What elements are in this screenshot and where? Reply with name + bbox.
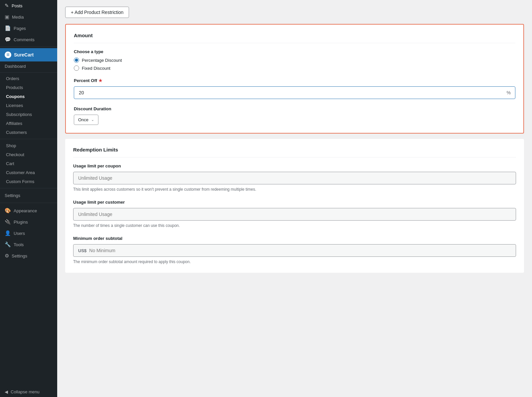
users-icon: 👤 — [5, 230, 11, 236]
choose-type-group: Choose a type Percentage Discount Fixed … — [74, 49, 515, 71]
sidebar-item-comments[interactable]: 💬 Comments — [0, 34, 57, 45]
radio-percentage-label: Percentage Discount — [82, 58, 122, 63]
usage-limit-coupon-group: Usage limit per coupon This limit applie… — [73, 163, 516, 192]
amount-card-title: Amount — [74, 33, 515, 43]
settings-wp-icon: ⚙ — [5, 253, 9, 259]
sidebar-item-orders[interactable]: Orders — [0, 74, 57, 83]
discount-duration-value: Once — [78, 117, 88, 122]
comments-icon: 💬 — [5, 37, 11, 43]
percent-off-wrapper: % — [74, 86, 515, 99]
surecart-brand[interactable]: ≡ SureCart — [0, 48, 57, 61]
sidebar-item-custom-forms[interactable]: Custom Forms — [0, 177, 57, 186]
percent-off-input[interactable] — [74, 86, 515, 99]
discount-duration-group: Discount Duration Once ⌄ — [74, 106, 515, 125]
appearance-icon: 🎨 — [5, 208, 11, 214]
sidebar-item-subscriptions[interactable]: Subscriptions — [0, 110, 57, 119]
sidebar-item-tools[interactable]: 🔧 Tools — [0, 239, 57, 250]
currency-prefix: US$ — [78, 248, 86, 253]
radio-percentage[interactable]: Percentage Discount — [74, 57, 515, 63]
redemption-card-title: Redemption Limits — [73, 147, 516, 157]
sidebar-item-settings-wp[interactable]: ⚙ Settings — [0, 250, 57, 261]
surecart-icon: ≡ — [5, 51, 11, 58]
sidebar-item-checkout[interactable]: Checkout — [0, 150, 57, 159]
sidebar: ✎ Posts ▣ Media 📄 Pages 💬 Comments ≡ Sur… — [0, 0, 57, 397]
minimum-order-label: Minimum order subtotal — [73, 236, 516, 241]
sidebar-dashboard[interactable]: Dashboard — [0, 61, 57, 71]
sidebar-item-users[interactable]: 👤 Users — [0, 228, 57, 239]
percent-suffix: % — [507, 90, 511, 95]
tools-icon: 🔧 — [5, 242, 11, 248]
radio-percentage-input[interactable] — [74, 57, 79, 63]
usage-limit-coupon-label: Usage limit per coupon — [73, 163, 516, 168]
usage-limit-customer-wrapper — [73, 208, 516, 221]
pages-icon: 📄 — [5, 25, 11, 31]
sidebar-item-settings[interactable]: Settings — [0, 190, 57, 201]
sidebar-item-pages[interactable]: 📄 Pages — [0, 23, 57, 34]
choose-type-label: Choose a type — [74, 49, 515, 54]
usage-limit-coupon-input[interactable] — [73, 172, 516, 184]
usage-limit-customer-input[interactable] — [73, 208, 516, 221]
sidebar-item-coupons[interactable]: Coupons — [0, 92, 57, 101]
discount-duration-select[interactable]: Once ⌄ — [74, 115, 98, 125]
sidebar-item-products[interactable]: Products — [0, 83, 57, 92]
main-content: + Add Product Restriction Amount Choose … — [57, 0, 532, 397]
divider-5 — [0, 203, 57, 203]
usage-limit-customer-group: Usage limit per customer The number of t… — [73, 200, 516, 229]
sidebar-item-media[interactable]: ▣ Media — [0, 11, 57, 23]
sidebar-item-affiliates[interactable]: Affiliates — [0, 119, 57, 128]
percent-off-label: Percent Off ★ — [74, 78, 515, 83]
sidebar-item-cart[interactable]: Cart — [0, 159, 57, 168]
plugins-icon: 🔌 — [5, 219, 11, 225]
radio-fixed-label: Fixed Discount — [82, 66, 110, 71]
required-star: ★ — [98, 78, 102, 83]
collapse-icon: ◀ — [5, 389, 8, 394]
minimum-order-group: Minimum order subtotal US$ The minimum o… — [73, 236, 516, 265]
usage-limit-coupon-wrapper — [73, 172, 516, 184]
sidebar-item-posts[interactable]: ✎ Posts — [0, 0, 57, 11]
minimum-order-wrapper: US$ — [73, 244, 516, 257]
sidebar-item-shop[interactable]: Shop — [0, 141, 57, 150]
posts-icon: ✎ — [5, 3, 9, 9]
sidebar-item-customers[interactable]: Customers — [0, 128, 57, 137]
minimum-order-help: The minimum order subtotal amount requir… — [73, 259, 516, 265]
sidebar-item-licenses[interactable]: Licenses — [0, 101, 57, 110]
usage-limit-coupon-help: This limit applies across customers so i… — [73, 186, 516, 192]
add-restriction-button[interactable]: + Add Product Restriction — [65, 7, 129, 18]
minimum-order-input[interactable] — [89, 245, 511, 256]
amount-card: Amount Choose a type Percentage Discount… — [65, 24, 524, 134]
redemption-card: Redemption Limits Usage limit per coupon… — [65, 139, 524, 273]
divider-3 — [0, 139, 57, 139]
usage-limit-customer-help: The number of times a single customer ca… — [73, 223, 516, 229]
media-icon: ▣ — [5, 14, 9, 20]
collapse-menu-button[interactable]: ◀ Collapse menu — [0, 387, 57, 397]
divider-2 — [0, 72, 57, 73]
radio-fixed-input[interactable] — [74, 65, 79, 71]
chevron-down-icon: ⌄ — [91, 118, 94, 122]
divider-4 — [0, 188, 57, 188]
sidebar-item-customer-area[interactable]: Customer Area — [0, 168, 57, 177]
sidebar-item-appearance[interactable]: 🎨 Appearance — [0, 205, 57, 216]
discount-duration-label: Discount Duration — [74, 106, 515, 111]
divider-1 — [0, 47, 57, 47]
sidebar-item-plugins[interactable]: 🔌 Plugins — [0, 216, 57, 228]
radio-fixed[interactable]: Fixed Discount — [74, 65, 515, 71]
percent-off-group: Percent Off ★ % — [74, 78, 515, 99]
usage-limit-customer-label: Usage limit per customer — [73, 200, 516, 205]
